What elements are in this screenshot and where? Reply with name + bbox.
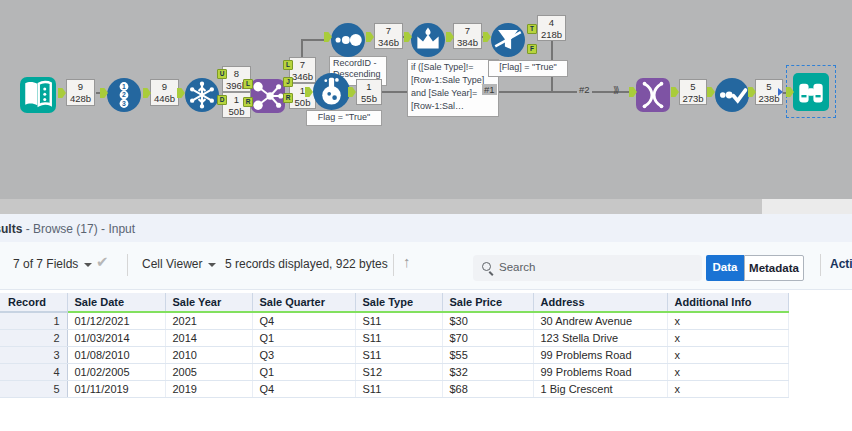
unique-dupes-port[interactable]: D bbox=[217, 95, 227, 105]
table-cell[interactable]: $70 bbox=[442, 329, 533, 346]
annotation-formula[interactable]: Flag = "True" bbox=[306, 110, 382, 126]
table-cell[interactable]: 01/02/2005 bbox=[67, 363, 165, 380]
table-cell[interactable]: 2005 bbox=[165, 363, 252, 380]
sort-tool[interactable] bbox=[331, 23, 365, 57]
badge-count: 4 bbox=[539, 17, 564, 29]
output-anchor[interactable] bbox=[348, 87, 356, 97]
table-cell[interactable]: 4 bbox=[0, 363, 67, 380]
table-cell[interactable]: 99 Problems Road bbox=[533, 363, 667, 380]
output-anchor[interactable] bbox=[671, 87, 679, 97]
table-row[interactable]: 401/02/20052005Q1S12$3299 Problems Roadx bbox=[0, 363, 788, 380]
table-cell[interactable]: x bbox=[667, 312, 788, 329]
svg-text:1: 1 bbox=[122, 83, 126, 90]
canvas-horizontal-scrollbar[interactable] bbox=[0, 199, 852, 214]
table-row[interactable]: 501/11/20192019Q4S11$681 Big Crescentx bbox=[0, 380, 788, 397]
search-box[interactable] bbox=[473, 255, 702, 281]
table-cell[interactable]: 3 bbox=[0, 346, 67, 363]
column-header-record[interactable]: Record bbox=[0, 293, 67, 312]
table-cell[interactable]: 2019 bbox=[165, 380, 252, 397]
table-row[interactable]: 301/08/20102010Q3S11$5599 Problems Roadx bbox=[0, 346, 788, 363]
table-cell[interactable]: Q1 bbox=[252, 329, 355, 346]
table-cell[interactable]: Q4 bbox=[252, 380, 355, 397]
filter-tool[interactable] bbox=[491, 23, 525, 57]
join-left-input-port[interactable]: L bbox=[243, 79, 253, 89]
record-count-badge: 9 428b bbox=[66, 79, 95, 106]
join-left-output-port[interactable]: L bbox=[283, 60, 293, 70]
input-anchor[interactable] bbox=[707, 87, 715, 97]
column-header-sale-type[interactable]: Sale Type bbox=[355, 293, 442, 312]
table-cell[interactable]: 2014 bbox=[165, 329, 252, 346]
metadata-tab-button[interactable]: Metadata bbox=[744, 255, 804, 281]
unique-true-port[interactable]: U bbox=[217, 69, 227, 79]
actions-button[interactable]: Actions bbox=[830, 257, 852, 271]
join-right-output-port[interactable]: R bbox=[283, 93, 293, 103]
table-cell[interactable]: S11 bbox=[355, 346, 442, 363]
table-cell[interactable]: x bbox=[667, 363, 788, 380]
input-anchor[interactable] bbox=[177, 88, 185, 98]
column-header-address[interactable]: Address bbox=[533, 293, 667, 312]
table-cell[interactable]: 99 Problems Road bbox=[533, 346, 667, 363]
filter-false-port[interactable]: F bbox=[527, 44, 537, 54]
table-cell[interactable]: 1 bbox=[0, 312, 67, 329]
fields-dropdown[interactable]: 7 of 7 Fields bbox=[13, 257, 92, 271]
join-tool[interactable] bbox=[251, 79, 285, 113]
join-right-input-port[interactable]: R bbox=[243, 97, 253, 107]
table-cell[interactable]: 2010 bbox=[165, 346, 252, 363]
table-row[interactable]: 201/03/20142014Q1S11$70123 Stella Drivex bbox=[0, 329, 788, 346]
table-cell[interactable]: 2 bbox=[0, 329, 67, 346]
record-id-tool[interactable]: 1 2 3 bbox=[107, 78, 141, 112]
table-cell[interactable]: $68 bbox=[442, 380, 533, 397]
search-input[interactable] bbox=[499, 256, 694, 278]
input-anchor[interactable] bbox=[483, 32, 491, 42]
cell-viewer-label: Cell Viewer bbox=[142, 257, 202, 271]
formula-tool[interactable] bbox=[313, 73, 350, 110]
output-anchor[interactable] bbox=[58, 88, 66, 98]
table-cell[interactable]: x bbox=[667, 346, 788, 363]
column-header-sale-date[interactable]: Sale Date bbox=[67, 293, 165, 312]
workflow-canvas[interactable]: RecordID - Descending if ([Sale Type]!= … bbox=[0, 0, 852, 199]
multi-row-formula-tool[interactable] bbox=[411, 23, 445, 57]
column-header-sale-quarter[interactable]: Sale Quarter bbox=[252, 293, 355, 312]
table-cell[interactable]: S11 bbox=[355, 312, 442, 329]
badge-count: 7 bbox=[291, 59, 314, 71]
table-cell[interactable]: 5 bbox=[0, 380, 67, 397]
table-cell[interactable]: 01/08/2010 bbox=[67, 346, 165, 363]
table-cell[interactable]: 01/03/2014 bbox=[67, 329, 165, 346]
union-tool[interactable] bbox=[636, 78, 670, 112]
table-cell[interactable]: S11 bbox=[355, 329, 442, 346]
table-cell[interactable]: $32 bbox=[442, 363, 533, 380]
table-cell[interactable]: Q1 bbox=[252, 363, 355, 380]
table-row[interactable]: 101/12/20212021Q4S11$3030 Andrew Avenuex bbox=[0, 312, 788, 329]
column-header-sale-year[interactable]: Sale Year bbox=[165, 293, 252, 312]
table-cell[interactable]: S12 bbox=[355, 363, 442, 380]
table-cell[interactable]: 2021 bbox=[165, 312, 252, 329]
scrollbar-thumb[interactable] bbox=[0, 199, 762, 214]
browse-tool[interactable] bbox=[793, 73, 829, 111]
filter-true-port[interactable]: T bbox=[527, 24, 537, 34]
popout-arrow-icon[interactable]: ↑ bbox=[403, 253, 411, 270]
table-cell[interactable]: x bbox=[667, 329, 788, 346]
table-cell[interactable]: 123 Stella Drive bbox=[533, 329, 667, 346]
cell-viewer-dropdown[interactable]: Cell Viewer bbox=[142, 257, 216, 271]
input-data-tool[interactable] bbox=[20, 77, 56, 113]
output-anchor[interactable] bbox=[366, 32, 374, 42]
table-cell[interactable]: Q3 bbox=[252, 346, 355, 363]
table-cell[interactable]: 01/12/2021 bbox=[67, 312, 165, 329]
apply-check-icon[interactable]: ✔ bbox=[96, 253, 109, 271]
table-cell[interactable]: S11 bbox=[355, 380, 442, 397]
column-header-additional-info[interactable]: Additional Info bbox=[667, 293, 788, 312]
column-header-sale-price[interactable]: Sale Price bbox=[442, 293, 533, 312]
table-cell[interactable]: 30 Andrew Avenue bbox=[533, 312, 667, 329]
table-cell[interactable]: 1 Big Crescent bbox=[533, 380, 667, 397]
badge-size: 384b bbox=[455, 37, 480, 49]
join-join-output-port[interactable]: J bbox=[283, 77, 293, 87]
table-cell[interactable]: Q4 bbox=[252, 312, 355, 329]
table-cell[interactable]: $55 bbox=[442, 346, 533, 363]
annotation-filter[interactable]: [Flag] = "True" bbox=[488, 60, 568, 77]
select-tool[interactable] bbox=[715, 78, 749, 112]
table-cell[interactable]: 01/11/2019 bbox=[67, 380, 165, 397]
unique-tool[interactable] bbox=[185, 78, 219, 112]
table-cell[interactable]: $30 bbox=[442, 312, 533, 329]
data-tab-button[interactable]: Data bbox=[706, 255, 744, 281]
table-cell[interactable]: x bbox=[667, 380, 788, 397]
